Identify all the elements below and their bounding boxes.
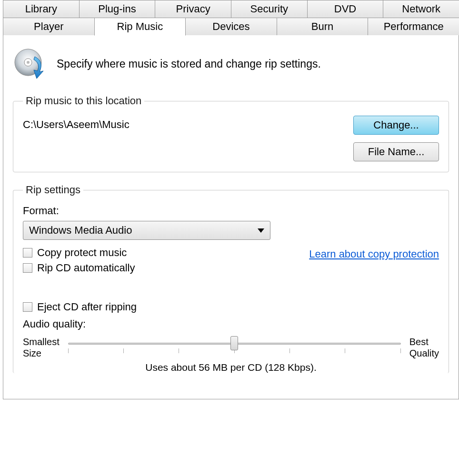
rip-location-path: C:\Users\Aseem\Music <box>23 116 130 131</box>
tab-performance[interactable]: Performance <box>368 18 459 36</box>
copy-protect-label: Copy protect music <box>37 247 127 259</box>
group-rip-location-legend: Rip music to this location <box>23 95 144 107</box>
learn-copy-protection-link[interactable]: Learn about copy protection <box>309 248 439 260</box>
slider-right-label: Best Quality <box>409 336 439 359</box>
group-rip-settings-legend: Rip settings <box>23 184 83 196</box>
audio-quality-label: Audio quality: <box>23 318 439 330</box>
intro-row: Specify where music is stored and change… <box>13 47 449 80</box>
tab-library[interactable]: Library <box>3 0 80 18</box>
format-select-value: Windows Media Audio <box>29 224 132 237</box>
tab-plugins[interactable]: Plug-ins <box>79 0 156 18</box>
auto-rip-checkbox[interactable] <box>23 263 32 273</box>
tab-security[interactable]: Security <box>231 0 308 18</box>
group-rip-location: Rip music to this location C:\Users\Asee… <box>13 95 449 172</box>
format-label: Format: <box>23 205 439 217</box>
slider-left-label: Smallest Size <box>23 336 60 359</box>
file-name-button[interactable]: File Name... <box>353 142 439 161</box>
svg-point-2 <box>27 61 30 64</box>
eject-cd-checkbox[interactable] <box>23 302 32 312</box>
auto-rip-label: Rip CD automatically <box>37 262 135 274</box>
group-rip-settings: Rip settings Format: Windows Media Audio… <box>13 184 449 373</box>
cd-rip-icon <box>13 47 46 80</box>
slider-caption: Uses about 56 MB per CD (128 Kbps). <box>23 362 439 373</box>
tab-strip: Library Plug-ins Privacy Security DVD Ne… <box>0 0 459 36</box>
tab-panel-rip-music: Specify where music is stored and change… <box>3 35 459 399</box>
intro-text: Specify where music is stored and change… <box>57 58 321 70</box>
tab-privacy[interactable]: Privacy <box>155 0 231 18</box>
slider-thumb[interactable] <box>230 336 238 350</box>
copy-protect-checkbox[interactable] <box>23 248 32 258</box>
chevron-down-icon <box>258 228 264 233</box>
audio-quality-slider[interactable] <box>68 338 401 357</box>
tab-player[interactable]: Player <box>3 18 95 36</box>
tab-devices[interactable]: Devices <box>185 18 277 36</box>
tab-burn[interactable]: Burn <box>277 18 369 36</box>
eject-cd-label: Eject CD after ripping <box>37 301 137 313</box>
tab-network[interactable]: Network <box>383 0 459 18</box>
change-location-button[interactable]: Change... <box>353 116 439 135</box>
tab-dvd[interactable]: DVD <box>307 0 384 18</box>
tab-rip-music[interactable]: Rip Music <box>94 18 186 36</box>
format-select[interactable]: Windows Media Audio <box>23 221 270 240</box>
